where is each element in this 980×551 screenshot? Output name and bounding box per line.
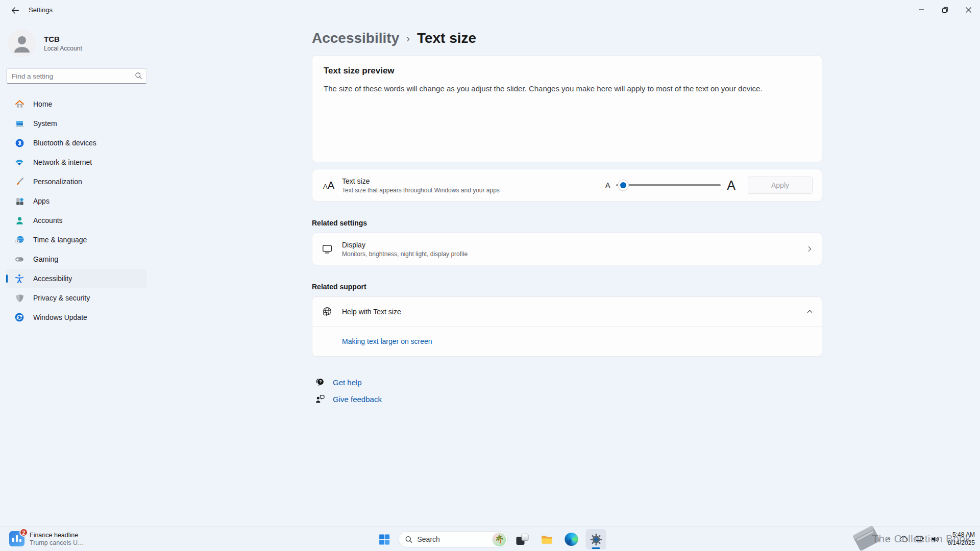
bluetooth-icon <box>14 138 24 148</box>
taskbar-search[interactable]: Search 🌴 <box>399 531 508 547</box>
get-help-icon: ? <box>315 377 325 387</box>
sidebar-item-system[interactable]: System <box>6 114 147 133</box>
preview-card-body: The size of these words will change as y… <box>324 84 811 93</box>
display-settings-row[interactable]: Display Monitors, brightness, night ligh… <box>312 233 822 265</box>
sidebar-item-privacy-security[interactable]: Privacy & security <box>6 289 147 307</box>
accounts-icon <box>14 215 24 226</box>
gamepad-icon <box>14 254 24 264</box>
titlebar: Settings <box>0 0 980 20</box>
wifi-icon <box>14 157 24 167</box>
chevron-up-icon[interactable] <box>806 308 814 315</box>
system-tray: 5:48 AM 6/14/2025 <box>883 527 975 551</box>
window-title: Settings <box>29 6 53 14</box>
edge-button[interactable] <box>561 529 582 549</box>
close-icon <box>965 7 972 13</box>
user-account-type: Local Account <box>44 45 82 52</box>
user-account-card[interactable]: TCB Local Account <box>8 30 153 57</box>
settings-button-active[interactable] <box>586 529 606 549</box>
apply-button[interactable]: Apply <box>748 177 813 194</box>
clock-date: 6/14/2025 <box>948 539 975 547</box>
restore-button[interactable] <box>933 0 957 19</box>
apps-icon <box>14 196 24 206</box>
preview-card-title: Text size preview <box>324 66 811 76</box>
minimize-icon <box>918 7 924 13</box>
widgets-icon: 2 <box>9 531 24 546</box>
sidebar-item-time-language[interactable]: Time & language <box>6 231 147 249</box>
system-icon <box>14 118 24 129</box>
get-help-link[interactable]: ? Get help <box>315 377 822 387</box>
sidebar: TCB Local Account Home System Bluetooth … <box>0 20 153 527</box>
slider-thumb[interactable] <box>618 180 628 190</box>
sidebar-item-windows-update[interactable]: Windows Update <box>6 308 147 327</box>
tray-chevron-up-icon[interactable] <box>883 533 894 546</box>
sidebar-item-gaming[interactable]: Gaming <box>6 250 147 268</box>
display-icon <box>312 243 342 255</box>
start-button[interactable] <box>374 529 395 549</box>
windows-update-icon <box>14 312 24 322</box>
svg-text:?: ? <box>319 379 322 384</box>
settings-gear-icon <box>590 533 602 546</box>
back-arrow-icon <box>11 6 19 15</box>
page-title: Text size <box>417 30 476 46</box>
search-icon <box>135 72 142 80</box>
sidebar-item-bluetooth[interactable]: Bluetooth & devices <box>6 134 147 152</box>
main-content: Accessibility › Text size Text size prev… <box>312 20 822 411</box>
brush-icon <box>14 177 24 187</box>
user-name: TCB <box>44 35 82 43</box>
search-input[interactable] <box>6 68 147 84</box>
edge-icon <box>565 533 578 546</box>
taskbar-search-icon <box>405 536 413 543</box>
widgets-button[interactable]: 2 Finance headline Trump cancels U… <box>6 530 87 547</box>
accessibility-icon <box>14 273 24 284</box>
onedrive-cloud-icon[interactable] <box>898 533 910 546</box>
breadcrumb: Accessibility › Text size <box>312 20 822 46</box>
text-size-preview-card: Text size preview The size of these word… <box>312 55 822 162</box>
task-view-icon <box>517 533 529 545</box>
volume-icon[interactable] <box>930 533 941 546</box>
sidebar-nav: Home System Bluetooth & devices Network … <box>0 95 153 327</box>
help-with-text-size-row[interactable]: Help with Text size <box>312 297 822 326</box>
close-button[interactable] <box>957 0 980 19</box>
taskbar-search-label: Search <box>418 535 440 543</box>
slider-max-label: A <box>727 178 736 193</box>
display-row-subtitle: Monitors, brightness, night light, displ… <box>342 251 468 258</box>
related-settings-heading: Related settings <box>312 219 822 227</box>
breadcrumb-accessibility[interactable]: Accessibility <box>312 30 399 46</box>
globe-search-icon <box>312 306 342 317</box>
minimize-button[interactable] <box>910 0 933 19</box>
home-icon <box>14 99 24 109</box>
breadcrumb-separator-icon: › <box>406 33 410 44</box>
chevron-right-icon <box>805 245 814 253</box>
related-support-card: Help with Text size Making text larger o… <box>312 296 822 357</box>
avatar <box>8 30 36 57</box>
network-icon[interactable] <box>914 533 925 546</box>
sidebar-item-accessibility[interactable]: Accessibility <box>6 269 147 288</box>
text-size-setting-row: AA Text size Text size that appears thro… <box>312 169 822 202</box>
sidebar-item-home[interactable]: Home <box>6 95 147 113</box>
slider-min-label: A <box>605 181 610 189</box>
windows-logo-icon <box>378 533 390 546</box>
widgets-headline: Finance headline <box>30 532 84 539</box>
display-row-title: Display <box>342 241 468 249</box>
task-view-button[interactable] <box>512 529 533 549</box>
back-button[interactable] <box>6 3 23 18</box>
time-language-icon <box>14 235 24 245</box>
taskbar-clock[interactable]: 5:48 AM 6/14/2025 <box>948 531 975 547</box>
text-size-slider[interactable] <box>616 180 721 190</box>
sidebar-item-accounts[interactable]: Accounts <box>6 211 147 230</box>
text-size-description: Text size that appears throughout Window… <box>342 187 500 194</box>
sidebar-item-apps[interactable]: Apps <box>6 192 147 210</box>
widgets-subheadline: Trump cancels U… <box>30 539 84 546</box>
text-size-label: Text size <box>342 177 500 185</box>
text-size-icon: AA <box>315 180 342 191</box>
slider-track[interactable] <box>616 184 721 186</box>
give-feedback-icon <box>315 394 325 404</box>
file-explorer-button[interactable] <box>537 529 557 549</box>
shield-icon <box>14 293 24 303</box>
notification-badge: 2 <box>19 528 28 537</box>
sidebar-item-network[interactable]: Network & internet <box>6 153 147 171</box>
sidebar-item-personalization[interactable]: Personalization <box>6 172 147 191</box>
give-feedback-link[interactable]: Give feedback <box>315 394 822 404</box>
related-support-heading: Related support <box>312 283 822 291</box>
making-text-larger-link[interactable]: Making text larger on screen <box>342 337 432 345</box>
